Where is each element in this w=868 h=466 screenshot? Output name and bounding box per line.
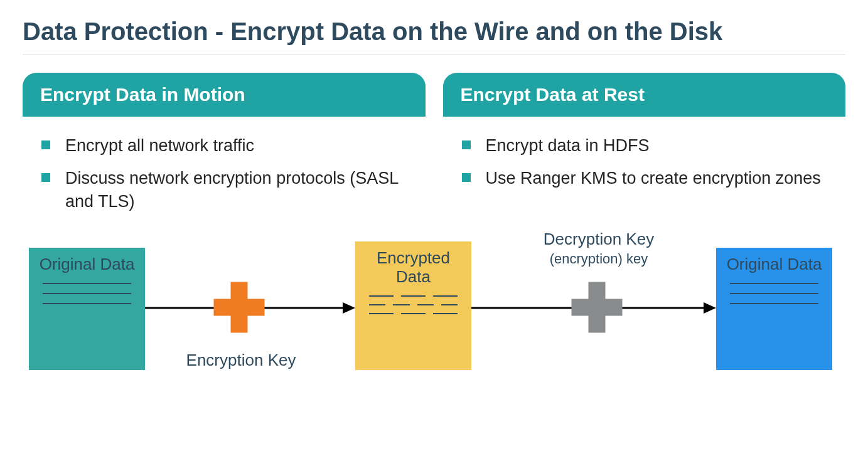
- right-bullets: Encrypt data in HDFS Use Ranger KMS to c…: [443, 117, 846, 190]
- left-heading: Encrypt Data in Motion: [23, 73, 426, 117]
- original-data-box-left: Original Data: [29, 248, 145, 370]
- divider: [23, 55, 845, 55]
- box-label: Original Data: [39, 255, 135, 274]
- encrypted-data-box: Encrypted Data: [355, 241, 471, 370]
- svg-marker-1: [343, 302, 355, 314]
- doc-lines-icon: [39, 283, 135, 304]
- plus-icon-encryption: [211, 279, 267, 336]
- decryption-key-label-line1: Decryption Key: [544, 230, 654, 248]
- right-column: Encrypt Data at Rest Encrypt data in HDF…: [443, 73, 846, 223]
- bullet-item: Discuss network encryption protocols (SA…: [41, 167, 419, 213]
- left-bullets: Encrypt all network traffic Discuss netw…: [23, 117, 426, 213]
- encryption-key-label: Encryption Key: [178, 351, 304, 370]
- svg-marker-3: [704, 302, 716, 314]
- bullet-item: Encrypt data in HDFS: [462, 134, 840, 157]
- box-label: Original Data: [726, 255, 822, 274]
- box-label: Encrypted Data: [365, 249, 461, 287]
- encryption-diagram: Original Data Encrypted Data Original Da…: [23, 241, 845, 405]
- right-heading: Encrypt Data at Rest: [443, 73, 846, 117]
- columns: Encrypt Data in Motion Encrypt all netwo…: [23, 73, 845, 223]
- original-data-box-right: Original Data: [716, 248, 832, 370]
- slide-title: Data Protection - Encrypt Data on the Wi…: [23, 18, 845, 46]
- decryption-key-label: Decryption Key (encryption) key: [511, 230, 687, 268]
- plus-icon-decryption: [569, 279, 625, 336]
- bullet-item: Use Ranger KMS to create encryption zone…: [462, 167, 840, 189]
- decryption-key-label-line2: (encryption) key: [550, 251, 648, 267]
- doc-lines-dashed-icon: [365, 295, 461, 313]
- bullet-item: Encrypt all network traffic: [41, 134, 419, 157]
- left-column: Encrypt Data in Motion Encrypt all netwo…: [23, 73, 426, 223]
- doc-lines-icon: [726, 283, 822, 304]
